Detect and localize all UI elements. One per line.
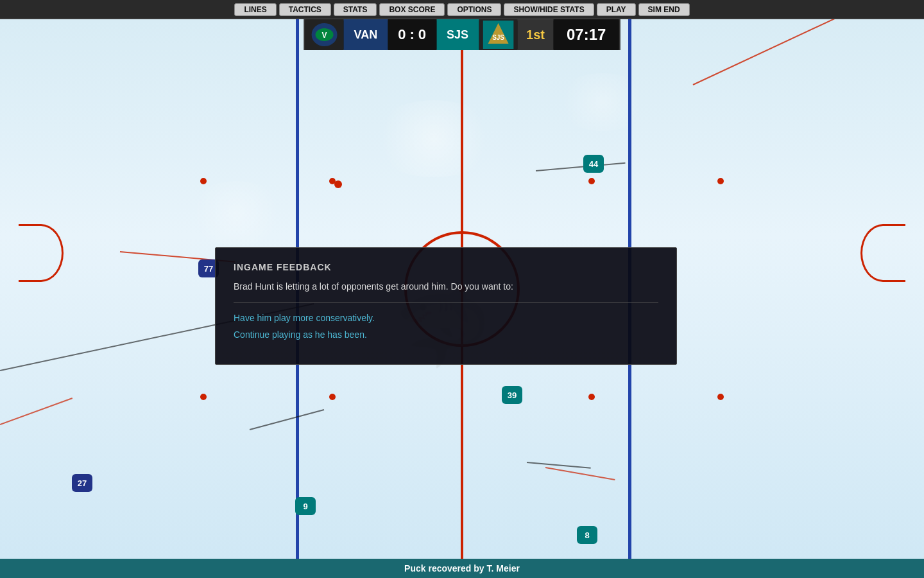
player-39: 39 <box>502 386 522 404</box>
player-8: 8 <box>577 526 597 544</box>
score-home: 0 <box>418 26 426 43</box>
goal-crease-right <box>860 224 905 282</box>
box-score-button[interactable]: BOX SCORE <box>379 3 445 16</box>
faceoff-dot-tl <box>200 178 207 184</box>
trajectory-red-1 <box>693 19 914 85</box>
away-team-name: VAN <box>344 19 388 50</box>
ice-glare-3 <box>554 73 651 131</box>
svg-text:V: V <box>322 31 327 40</box>
clock-display: 07:17 <box>554 19 619 50</box>
trajectory-black-4 <box>250 409 324 430</box>
ingame-feedback-dialog: INGAME FEEDBACK Brad Hunt is letting a l… <box>215 247 677 365</box>
ice-glare-2 <box>185 181 287 245</box>
trajectory-red-4 <box>545 467 615 480</box>
van-logo: V <box>305 19 344 50</box>
score-away: 0 <box>398 26 406 43</box>
status-bar: Puck recovered by T. Meier <box>0 559 924 578</box>
faceoff-dot-br2 <box>588 394 595 400</box>
faceoff-dot-bl2 <box>329 394 336 400</box>
play-button[interactable]: PLAY <box>597 3 636 16</box>
trajectory-black-3 <box>527 462 591 468</box>
trajectory-black-2 <box>536 162 626 171</box>
status-text: Puck recovered by T. Meier <box>404 563 520 574</box>
dialog-title: INGAME FEEDBACK <box>234 262 658 272</box>
sjs-logo: SJS <box>479 19 517 50</box>
dialog-option-conservative[interactable]: Have him play more conservatively. <box>234 313 658 323</box>
stats-button[interactable]: STATS <box>334 3 377 16</box>
faceoff-dot-tr <box>717 178 724 184</box>
player-9: 9 <box>295 497 316 515</box>
hockey-rink: 🦈 44 77 39 27 9 8 INGAME FEEDBACK Brad H… <box>0 19 924 559</box>
dialog-option-continue[interactable]: Continue playing as he has been. <box>234 329 658 340</box>
faceoff-dot-br <box>717 394 724 400</box>
dialog-divider <box>234 302 658 302</box>
period-display: 1st <box>517 19 554 50</box>
faceoff-dot-bl <box>200 394 207 400</box>
score-separator: : <box>410 26 415 43</box>
dialog-message: Brad Hunt is letting a lot of opponents … <box>234 281 658 292</box>
lines-button[interactable]: LINES <box>234 3 276 16</box>
player-44: 44 <box>583 155 604 173</box>
player-27: 27 <box>72 474 92 492</box>
options-button[interactable]: OPTIONS <box>447 3 501 16</box>
trajectory-red-3 <box>0 398 73 425</box>
faceoff-dot-mr <box>588 178 595 184</box>
home-team-name: SJS <box>436 19 479 50</box>
sim-end-button[interactable]: SIM END <box>638 3 690 16</box>
ice-glare-1 <box>370 100 498 177</box>
score-display: 0 : 0 <box>388 19 436 50</box>
scoreboard: V VAN 0 : 0 SJS SJS 1st 07:17 <box>304 19 620 50</box>
show-hide-stats-button[interactable]: SHOW/HIDE STATS <box>504 3 594 16</box>
tactics-button[interactable]: TACTICS <box>279 3 331 16</box>
goal-crease-left <box>19 224 64 282</box>
svg-text:SJS: SJS <box>492 34 504 41</box>
puck <box>334 180 342 188</box>
menu-bar: LINES TACTICS STATS BOX SCORE OPTIONS SH… <box>0 0 924 19</box>
